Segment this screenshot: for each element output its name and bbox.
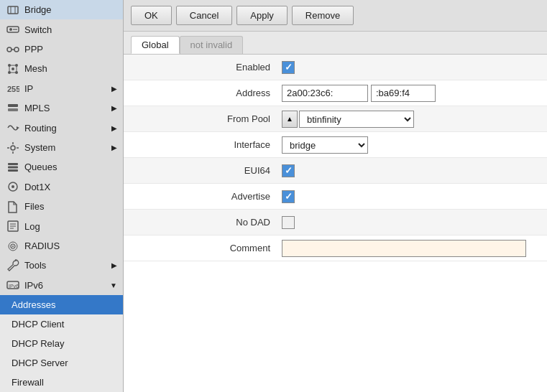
tab-not-invalid[interactable]: not invalid xyxy=(180,36,244,54)
no-dad-checkbox[interactable] xyxy=(282,216,295,229)
advertise-control xyxy=(282,190,547,203)
mpls-arrow-icon: ▶ xyxy=(111,104,117,112)
sidebar-item-log[interactable]: Log xyxy=(0,216,123,235)
sidebar-sub-item-addresses[interactable]: Addresses xyxy=(0,295,123,314)
comment-input[interactable] xyxy=(282,240,526,257)
comment-label: Comment xyxy=(124,243,282,253)
sidebar-sub-item-dhcp-relay[interactable]: DHCP Relay xyxy=(0,334,123,353)
no-dad-control xyxy=(282,216,547,229)
sidebar-item-ip[interactable]: 255 IP ▶ xyxy=(0,79,123,98)
log-icon xyxy=(6,219,20,233)
sidebar-item-ipv6-label: IPv6 xyxy=(24,280,43,291)
sidebar-item-routing[interactable]: Routing ▶ xyxy=(0,118,123,137)
sidebar-item-ppp[interactable]: PPP xyxy=(0,39,123,59)
sidebar-item-tools-label: Tools xyxy=(24,260,46,271)
radius-icon xyxy=(6,239,20,253)
eui64-checkbox[interactable] xyxy=(282,164,295,177)
interface-control: bridge xyxy=(282,136,547,154)
sidebar-item-system-label: System xyxy=(24,142,55,153)
eui64-label: EUI64 xyxy=(124,165,282,176)
svg-text:255: 255 xyxy=(7,85,19,93)
from-pool-control: ▲ btinfinity xyxy=(282,111,547,128)
system-icon xyxy=(6,141,20,155)
address-label: Address xyxy=(124,88,282,98)
svg-point-4 xyxy=(9,28,12,31)
svg-point-22 xyxy=(11,146,15,150)
from-pool-arrow-button[interactable]: ▲ xyxy=(282,111,298,128)
address-control xyxy=(282,85,547,102)
svg-rect-23 xyxy=(8,163,18,165)
from-pool-row: From Pool ▲ btinfinity xyxy=(124,106,547,132)
enabled-checkbox[interactable] xyxy=(282,61,295,74)
eui64-control xyxy=(282,164,547,177)
tools-arrow-icon: ▶ xyxy=(111,261,117,269)
sidebar-item-dot1x[interactable]: Dot1X xyxy=(0,177,123,197)
advertise-label: Advertise xyxy=(124,191,282,202)
remove-button[interactable]: Remove xyxy=(292,6,354,25)
enabled-label: Enabled xyxy=(124,62,282,73)
sidebar-item-ip-label: IP xyxy=(24,83,33,94)
sidebar-sub-item-dhcp-client[interactable]: DHCP Client xyxy=(0,314,123,334)
ok-button[interactable]: OK xyxy=(131,6,172,25)
svg-rect-20 xyxy=(8,108,18,111)
sidebar-item-radius-label: RADIUS xyxy=(24,241,60,251)
sidebar-item-bridge[interactable]: Bridge xyxy=(0,0,123,19)
sidebar-sub-item-dhcp-client-label: DHCP Client xyxy=(12,319,64,330)
sidebar-item-system[interactable]: System ▶ xyxy=(0,138,123,157)
address-input-part1[interactable] xyxy=(282,85,368,102)
sidebar-item-dot1x-label: Dot1X xyxy=(24,182,50,192)
toolbar: OK Cancel Apply Remove xyxy=(124,0,547,32)
sidebar-item-ipv6[interactable]: IPv6 IPv6 ▼ xyxy=(0,276,123,295)
svg-point-34 xyxy=(12,246,14,247)
interface-select[interactable]: bridge xyxy=(282,136,368,154)
cancel-button[interactable]: Cancel xyxy=(176,6,232,25)
address-input-part2[interactable] xyxy=(371,85,436,102)
sidebar-item-tools[interactable]: Tools ▶ xyxy=(0,256,123,275)
main-panel: OK Cancel Apply Remove Global not invali… xyxy=(124,0,547,392)
from-pool-select[interactable]: btinfinity xyxy=(299,111,414,128)
tools-icon xyxy=(6,258,20,273)
sidebar-item-switch[interactable]: Switch xyxy=(0,19,123,39)
svg-rect-0 xyxy=(8,6,18,14)
advertise-checkbox[interactable] xyxy=(282,190,295,203)
dot1x-icon xyxy=(6,179,20,194)
svg-point-13 xyxy=(12,67,14,70)
queues-icon xyxy=(6,160,20,174)
sidebar-sub-item-dhcp-server-label: DHCP Server xyxy=(12,358,68,368)
comment-control xyxy=(282,240,547,257)
advertise-row: Advertise xyxy=(124,184,547,210)
sidebar-sub-item-dhcp-server[interactable]: DHCP Server xyxy=(0,353,123,373)
sidebar-sub-item-dhcp-relay-label: DHCP Relay xyxy=(12,338,64,349)
address-row: Address xyxy=(124,80,547,106)
interface-label: Interface xyxy=(124,139,282,150)
sidebar: Bridge Switch PPP Mesh 255 IP ▶ MPLS ▶ xyxy=(0,0,124,392)
form-area: Enabled Address From Pool ▲ btinfinity xyxy=(124,55,547,392)
sidebar-sub-item-addresses-label: Addresses xyxy=(12,299,55,310)
from-pool-label: From Pool xyxy=(124,113,282,124)
routing-icon xyxy=(6,121,20,135)
enabled-row: Enabled xyxy=(124,55,547,80)
sidebar-item-files[interactable]: Files xyxy=(0,197,123,216)
mesh-icon xyxy=(6,62,20,76)
sidebar-item-files-label: Files xyxy=(24,201,44,212)
ipv6-icon: IPv6 xyxy=(6,278,20,292)
svg-rect-24 xyxy=(8,166,18,168)
routing-arrow-icon: ▶ xyxy=(111,124,117,132)
sidebar-sub-item-firewall-label: Firewall xyxy=(12,377,44,388)
sidebar-item-radius[interactable]: RADIUS xyxy=(0,236,123,256)
sidebar-item-queues-label: Queues xyxy=(24,162,58,172)
sidebar-item-mpls[interactable]: MPLS ▶ xyxy=(0,98,123,118)
sidebar-item-queues[interactable]: Queues xyxy=(0,157,123,177)
tab-bar: Global not invalid xyxy=(124,32,547,55)
sidebar-sub-item-firewall[interactable]: Firewall xyxy=(0,373,123,392)
apply-button[interactable]: Apply xyxy=(236,6,288,25)
sidebar-item-mpls-label: MPLS xyxy=(24,103,50,113)
svg-rect-19 xyxy=(8,104,18,107)
svg-point-6 xyxy=(7,47,12,52)
sidebar-item-mesh[interactable]: Mesh xyxy=(0,59,123,78)
tab-global[interactable]: Global xyxy=(131,36,180,54)
svg-rect-25 xyxy=(8,169,18,172)
system-arrow-icon: ▶ xyxy=(111,144,117,151)
sidebar-item-routing-label: Routing xyxy=(24,123,57,134)
files-icon xyxy=(6,200,20,214)
